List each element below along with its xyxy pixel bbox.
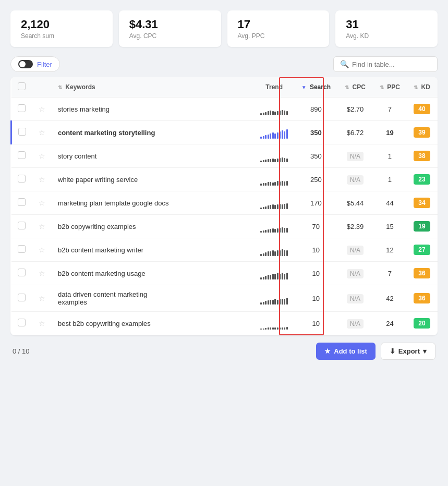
row-checkbox[interactable] [18,175,26,183]
trend-bar [272,327,274,330]
header-kd[interactable]: ⇅ KD [406,77,438,98]
filter-label: Filter [37,60,52,68]
star-icon[interactable]: ☆ [39,319,45,327]
trend-bar [279,111,281,115]
trend-bar [279,181,281,186]
trend-bar [279,250,281,256]
star-icon[interactable]: ☆ [39,128,45,137]
select-all-checkbox[interactable] [18,82,26,90]
trend-bar [274,251,276,256]
header-keywords[interactable]: ⇅ Keywords [52,77,253,98]
header-ppc[interactable]: ⇅ PPC [373,77,406,98]
row-checkbox[interactable] [18,319,26,326]
trend-bar [284,131,285,139]
row-star-cell: ☆ [32,262,52,285]
trend-bar [279,274,281,280]
search-value: 10 [312,270,320,277]
table-row: ☆ story content 350 N/A 1 38 [11,144,438,168]
star-icon[interactable]: ☆ [39,222,45,230]
search-value: 350 [310,152,322,160]
table-row: ☆ b2b content marketing usage 10 N/A 7 3… [11,262,438,285]
add-to-list-button[interactable]: ★ Add to list [316,343,376,360]
stat-label-1: Avg. CPC [129,32,211,40]
pagination-info: 0 / 10 [13,347,30,355]
trend-bar [284,274,285,280]
trend-bar [284,181,285,186]
row-checkbox[interactable] [18,269,26,276]
star-icon[interactable]: ☆ [39,152,45,160]
export-button[interactable]: ⬇ Export ▾ [381,343,435,360]
header-check[interactable] [11,77,33,98]
row-checkbox[interactable] [18,294,26,301]
row-keyword-cell: content marketing storytelling [52,121,253,144]
row-checkbox[interactable] [18,104,26,112]
row-kd-cell: 20 [406,312,438,335]
header-keywords-label: Keywords [65,83,95,91]
trend-bar [272,132,274,139]
trend-bar [286,327,288,330]
header-trend[interactable]: Trend [253,77,295,98]
trend-bar [263,136,264,139]
trend-bar [265,206,267,209]
trend-chart [260,292,289,305]
trend-bar [274,182,276,186]
search-value: 10 [312,246,320,254]
stats-row: 2,120 Search sum $4.31 Avg. CPC 17 Avg. … [10,10,438,47]
row-checkbox[interactable] [18,245,26,253]
row-search-cell: 350 [295,144,337,168]
trend-bar [263,207,264,209]
trend-bar [272,250,274,256]
trend-bar [268,111,269,115]
keyword-text: b2b content marketing writer [58,246,143,254]
star-icon[interactable]: ☆ [39,246,45,254]
star-icon[interactable]: ☆ [39,199,45,207]
kd-badge: 38 [414,151,430,161]
row-kd-cell: 40 [406,98,438,121]
row-check-cell [11,144,33,168]
table-search-input[interactable] [352,60,431,68]
filter-button[interactable]: Filter [10,56,60,72]
star-icon[interactable]: ☆ [39,269,45,277]
row-checkbox[interactable] [18,198,26,206]
trend-bar [277,159,279,162]
row-cpc-cell: N/A [337,312,373,335]
header-cpc[interactable]: ⇅ CPC [337,77,373,98]
trend-bar [272,300,274,305]
header-search-label: Search [310,83,331,91]
row-kd-cell: 39 [406,121,438,144]
trend-bar [279,204,281,209]
ppc-value: 42 [386,295,393,302]
header-search[interactable]: ▼ Search [295,77,337,98]
trend-bar [260,231,262,233]
row-checkbox[interactable] [18,151,26,159]
trend-bar [286,203,288,209]
row-trend-cell [253,98,295,121]
row-kd-cell: 36 [406,285,438,312]
trend-bar [284,250,285,256]
cpc-na: N/A [347,269,364,278]
star-icon[interactable]: ☆ [39,294,45,302]
download-icon: ⬇ [390,347,395,355]
trend-bar [282,204,283,209]
trend-bar [282,273,283,280]
table-row: ☆ stories marketing 890 $2.70 7 40 [11,98,438,121]
trend-bar [260,329,262,330]
trend-bar [274,327,276,330]
kd-badge: 19 [414,221,430,232]
table-row: ☆ b2b copywriting examples 70 $2.39 15 1… [11,215,438,238]
trend-bar [282,227,283,233]
star-icon[interactable]: ☆ [39,175,45,184]
cpc-na: N/A [347,175,364,185]
trend-bar [268,300,269,305]
trend-bar [263,113,264,115]
row-checkbox[interactable] [18,222,26,229]
row-check-cell [11,121,33,144]
trend-bar [277,181,279,186]
trend-bar [270,205,271,209]
kd-badge: 23 [414,174,430,185]
row-checkbox[interactable] [18,128,26,136]
star-icon[interactable]: ☆ [39,105,45,113]
trend-bar [268,275,269,280]
trend-bar [286,250,288,256]
toolbar: Filter 🔍 [10,56,438,72]
